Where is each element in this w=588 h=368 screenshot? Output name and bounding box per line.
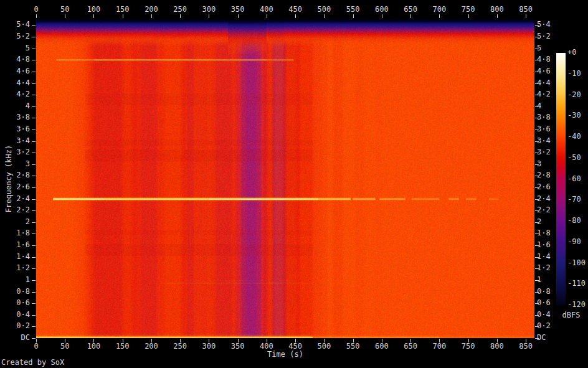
tick-label: 250	[173, 342, 187, 351]
tick-mark	[32, 72, 36, 72]
tick-mark	[32, 199, 36, 200]
tick-mark	[32, 130, 36, 130]
tick-mark	[32, 292, 36, 293]
tick-label: 5	[0, 44, 30, 52]
tick-mark	[32, 153, 36, 153]
legend-tick-label: -90	[567, 238, 581, 246]
tick-label: 1·8	[537, 229, 551, 237]
tick-label: 850	[519, 6, 533, 14]
tick-label: 0·2	[0, 322, 30, 330]
tick-label: 400	[260, 6, 273, 14]
tick-mark	[32, 257, 36, 258]
tick-label: 1·6	[0, 241, 30, 249]
tick-label: 0·8	[537, 288, 551, 296]
tick-mark	[32, 326, 36, 327]
tick-label: 4·4	[0, 79, 30, 87]
tick-label: 3·6	[537, 125, 551, 133]
tick-mark	[36, 14, 37, 18]
tick-mark	[32, 25, 36, 26]
tick-mark	[32, 49, 36, 49]
tick-mark	[439, 14, 440, 18]
tick-label: 0	[34, 6, 38, 14]
tick-mark	[32, 210, 36, 211]
tick-mark	[209, 14, 209, 18]
tick-label: 700	[433, 6, 447, 14]
tick-label: DC	[0, 334, 30, 342]
tick-label: 5·2	[0, 32, 30, 40]
tick-label: 5·2	[537, 32, 551, 40]
tick-mark	[151, 14, 152, 18]
legend-tick-label: -80	[567, 217, 581, 225]
tick-label: 3·4	[0, 137, 30, 145]
tick-label: 1·6	[537, 241, 551, 249]
tick-label: 550	[346, 342, 360, 351]
tick-mark	[267, 14, 267, 18]
tick-label: 800	[490, 342, 504, 351]
tick-label: 4·4	[537, 79, 551, 87]
tick-label: 3·6	[0, 125, 30, 133]
tick-mark	[410, 14, 411, 18]
tick-label: 550	[346, 6, 360, 14]
tick-mark	[32, 338, 36, 339]
tick-label: 3	[537, 160, 541, 168]
tick-label: 350	[231, 6, 245, 14]
tick-label: 4	[0, 102, 30, 110]
legend-tick-label: -110	[567, 280, 586, 288]
tick-label: 2	[0, 218, 30, 226]
tick-label: 3·4	[537, 137, 551, 145]
tick-label: 700	[433, 342, 447, 351]
tick-mark	[32, 222, 36, 223]
tick-label: 300	[202, 6, 216, 14]
tick-label: 1	[0, 276, 30, 284]
tick-label: 50	[60, 6, 69, 14]
tick-label: 2	[537, 218, 541, 226]
tick-label: 4·6	[537, 67, 551, 75]
tick-label: 4·2	[537, 90, 551, 98]
tick-label: 500	[318, 6, 331, 14]
tick-label: 350	[231, 342, 245, 351]
tick-mark	[65, 14, 65, 18]
tick-mark	[526, 14, 526, 18]
tick-label: 3·2	[537, 148, 551, 156]
tick-label: 1·4	[0, 253, 30, 261]
dbfs-colorbar	[556, 53, 566, 305]
tick-label: 0·4	[537, 311, 551, 319]
spectrogram-plot	[36, 19, 534, 338]
tick-label: 2·4	[537, 195, 551, 203]
tick-label: 750	[462, 342, 475, 351]
tick-label: 250	[173, 6, 187, 14]
tick-label: 1·2	[0, 264, 30, 272]
tick-label: 650	[404, 6, 417, 14]
legend-tick-label: -20	[567, 91, 581, 99]
tick-mark	[32, 141, 36, 142]
tick-label: 5·4	[537, 21, 551, 29]
tick-mark	[32, 234, 36, 234]
tick-label: 0·2	[537, 322, 551, 330]
legend-tick-label: -40	[567, 133, 581, 141]
tick-mark	[238, 14, 239, 18]
legend-tick-label: -100	[567, 259, 586, 267]
legend-tick-label: -120	[567, 301, 586, 309]
tick-label: 4·6	[0, 67, 30, 75]
tick-mark	[32, 95, 36, 95]
tick-mark	[32, 176, 36, 176]
tick-label: 650	[404, 342, 417, 351]
tick-mark	[32, 303, 36, 304]
tick-label: DC	[537, 334, 546, 342]
legend-tick-label: +0	[567, 49, 576, 57]
tick-label: 5·4	[0, 21, 30, 29]
tick-label: 3·8	[0, 113, 30, 121]
legend-tick-label: -50	[567, 154, 581, 162]
credit-text: Created by SoX	[1, 359, 64, 367]
tick-label: 3·8	[537, 113, 551, 121]
tick-label: 300	[202, 342, 216, 351]
tick-label: 200	[145, 6, 158, 14]
tick-mark	[295, 14, 296, 18]
tick-label: 1·2	[537, 264, 551, 272]
tick-label: 2·2	[537, 206, 551, 214]
tick-mark	[32, 106, 36, 107]
tick-mark	[324, 14, 325, 18]
tick-mark	[32, 268, 36, 269]
tick-label: 800	[490, 6, 504, 14]
tick-label: 4	[537, 102, 541, 110]
